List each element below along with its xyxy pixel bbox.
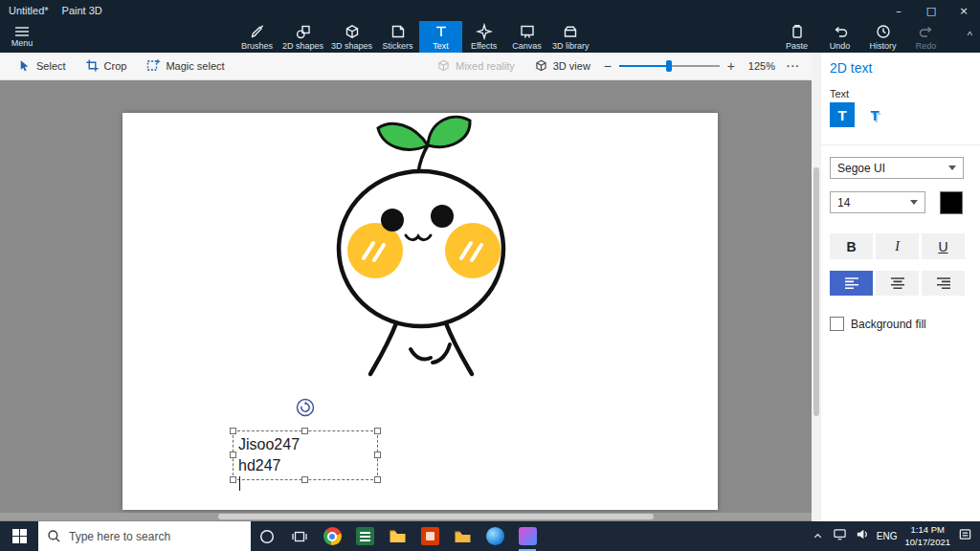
maximize-button[interactable]: □: [915, 0, 947, 21]
vertical-scrollbar[interactable]: [812, 53, 821, 521]
menu-button[interactable]: Menu: [0, 21, 44, 53]
text-selection-box[interactable]: Jisoo247 hd247: [233, 430, 378, 480]
close-button[interactable]: ×: [947, 0, 980, 21]
zoom-slider[interactable]: [619, 59, 720, 73]
font-size-select[interactable]: 14: [830, 191, 925, 213]
language-indicator[interactable]: ENG: [877, 531, 898, 541]
text-color-swatch[interactable]: [940, 191, 963, 214]
start-button[interactable]: [0, 521, 38, 551]
3d-view-label: 3D view: [553, 60, 590, 72]
edge-icon[interactable]: [479, 521, 511, 551]
action-center-icon[interactable]: [958, 527, 972, 545]
ribbon-tab-text[interactable]: Text: [419, 21, 462, 53]
underline-button[interactable]: U: [922, 233, 965, 259]
rotate-handle[interactable]: [295, 397, 316, 418]
3d-text-type-button[interactable]: T: [862, 102, 887, 127]
resize-handle[interactable]: [374, 452, 381, 458]
ribbon-tab-3d-shapes[interactable]: 3D shapes: [327, 21, 376, 53]
ribbon-tab-label: Text: [433, 41, 449, 51]
background-fill-label[interactable]: Background fill: [851, 318, 926, 331]
more-options-button[interactable]: ···: [787, 60, 800, 72]
vertical-scrollbar-thumb[interactable]: [813, 167, 819, 416]
zoom-slider-thumb[interactable]: [666, 60, 672, 72]
file-explorer-icon[interactable]: [381, 521, 413, 551]
zoom-in-button[interactable]: +: [724, 58, 739, 74]
tray-expand-button[interactable]: [812, 521, 825, 551]
canvas-text-line-1: Jisoo247: [238, 434, 300, 455]
resize-handle[interactable]: [301, 476, 308, 483]
panel-title: 2D text: [830, 60, 872, 76]
minimize-button[interactable]: –: [882, 0, 915, 21]
resize-handle[interactable]: [374, 428, 381, 434]
font-family-select[interactable]: Segoe UI: [830, 157, 964, 179]
resize-handle[interactable]: [230, 476, 236, 483]
task-view-button[interactable]: [283, 521, 316, 551]
canvas-text-content[interactable]: Jisoo247 hd247: [238, 434, 300, 491]
ribbon-tab-2d-shapes[interactable]: 2D shapes: [278, 21, 327, 53]
ribbon-tab-canvas[interactable]: Canvas: [505, 21, 548, 53]
select-cursor-icon: [17, 58, 32, 75]
ribbon-tab-stickers[interactable]: Stickers: [376, 21, 419, 53]
hamburger-icon: [14, 26, 30, 37]
font-family-value: Segoe UI: [837, 162, 885, 175]
folder-icon[interactable]: [446, 521, 479, 551]
clock[interactable]: 1:14 PM 10/17/2021: [904, 524, 950, 548]
drawing-canvas[interactable]: Jisoo247 hd247: [122, 113, 718, 510]
align-center-button[interactable]: [876, 271, 919, 296]
2d-text-type-button[interactable]: T: [830, 102, 855, 127]
titlebar: Untitled* Paint 3D – □ ×: [0, 0, 980, 21]
horizontal-scrollbar[interactable]: [0, 513, 812, 520]
select-tool-button[interactable]: Select: [17, 58, 66, 75]
history-label: History: [869, 41, 896, 51]
store-icon[interactable]: [413, 521, 446, 551]
align-right-button[interactable]: [922, 271, 965, 296]
cortana-button[interactable]: [251, 521, 283, 551]
align-left-button[interactable]: [830, 271, 873, 296]
redo-label: Redo: [916, 41, 937, 51]
taskbar-search[interactable]: [38, 521, 251, 551]
undo-icon: [832, 23, 849, 40]
magic-select-button[interactable]: Magic select: [145, 57, 224, 75]
resize-handle[interactable]: [230, 428, 236, 434]
italic-button[interactable]: I: [876, 233, 919, 259]
redo-button[interactable]: Redo: [904, 21, 947, 53]
crop-button[interactable]: Crop: [85, 58, 127, 75]
bold-button[interactable]: B: [830, 233, 873, 259]
resize-handle[interactable]: [230, 452, 236, 458]
taskbar-apps: [251, 521, 544, 551]
ribbon-tab-label: 3D library: [552, 41, 590, 51]
undo-button[interactable]: Undo: [818, 21, 861, 53]
paste-button[interactable]: Paste: [775, 21, 818, 53]
network-icon[interactable]: [833, 527, 847, 545]
search-icon: [47, 529, 61, 543]
ribbon-actions: Paste Undo History Redo: [775, 21, 947, 53]
resize-handle[interactable]: [374, 476, 381, 483]
ribbon-tab-3d-library[interactable]: 3D library: [548, 21, 593, 53]
ribbon-tab-effects[interactable]: Effects: [462, 21, 505, 53]
clock-date: 10/17/2021: [904, 537, 950, 548]
workspace: Jisoo247 hd247: [0, 80, 812, 521]
align-right-icon: [935, 276, 952, 290]
panel-divider: [821, 144, 980, 145]
task-view-icon: [292, 529, 307, 544]
history-button[interactable]: History: [861, 21, 904, 53]
chrome-icon[interactable]: [316, 521, 348, 551]
volume-icon[interactable]: [855, 527, 869, 545]
collapse-ribbon-button[interactable]: ^: [968, 30, 972, 41]
paste-label: Paste: [786, 41, 808, 51]
taskbar: ENG 1:14 PM 10/17/2021: [0, 521, 980, 551]
excel-icon[interactable]: [348, 521, 381, 551]
search-input[interactable]: [69, 530, 232, 543]
zoom-out-button[interactable]: −: [600, 58, 615, 74]
ribbon-tabs: Brushes 2D shapes 3D shapes Stickers Tex…: [235, 21, 593, 53]
zoom-level[interactable]: 125%: [748, 60, 775, 72]
mixed-reality-button[interactable]: Mixed reality: [436, 58, 515, 75]
ribbon-tab-brushes[interactable]: Brushes: [235, 21, 278, 53]
3d-view-button[interactable]: 3D view: [534, 58, 590, 75]
horizontal-scrollbar-thumb[interactable]: [218, 514, 654, 519]
paint3d-icon[interactable]: [511, 521, 544, 551]
resize-handle[interactable]: [301, 428, 308, 434]
background-fill-checkbox[interactable]: [830, 317, 844, 331]
magic-select-label: Magic select: [166, 60, 224, 72]
canvas-text-line-2-text: hd247: [238, 455, 300, 476]
